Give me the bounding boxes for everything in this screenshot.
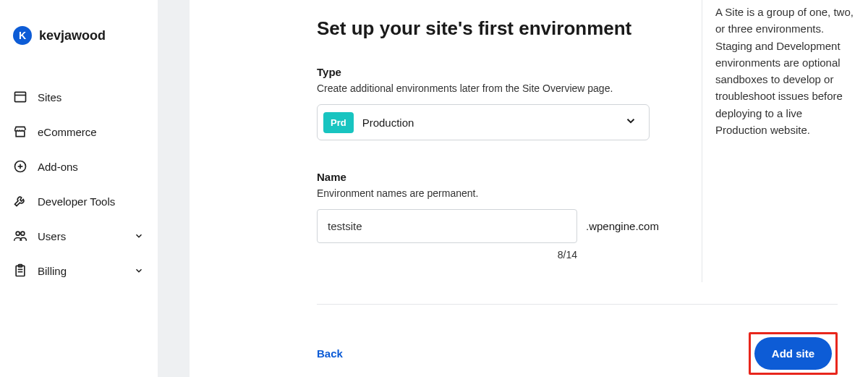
info-text: A Site is a group of one, two, or three …: [715, 4, 854, 138]
brand-logo-icon: K: [13, 26, 32, 45]
clipboard-icon: [13, 263, 27, 278]
svg-rect-0: [15, 92, 26, 101]
sidebar-item-label: Add-ons: [38, 161, 78, 173]
footer-actions: Back Add site: [317, 304, 838, 375]
chevron-down-icon: [624, 114, 637, 130]
divider-strip: [158, 0, 190, 377]
sidebar-item-ecommerce[interactable]: eCommerce: [0, 114, 158, 149]
name-section: Name Environment names are permanent. .w…: [317, 171, 678, 260]
prd-badge: Prd: [323, 112, 354, 133]
char-counter: 8/14: [317, 249, 577, 260]
info-panel: A Site is a group of one, two, or three …: [702, 0, 854, 282]
svg-point-5: [16, 232, 20, 235]
brand-name: kevjawood: [39, 28, 106, 43]
sidebar-item-developer-tools[interactable]: Developer Tools: [0, 184, 158, 219]
sidebar-item-users[interactable]: Users: [0, 219, 158, 253]
sidebar: K kevjawood Sites eCommerce Add-ons Deve…: [0, 0, 158, 377]
window-icon: [13, 90, 27, 104]
sidebar-item-billing[interactable]: Billing: [0, 253, 158, 288]
sidebar-item-sites[interactable]: Sites: [0, 80, 158, 114]
type-label: Type: [317, 66, 678, 78]
sidebar-item-addons[interactable]: Add-ons: [0, 149, 158, 184]
svg-point-6: [21, 232, 25, 235]
page-title: Set up your site's first environment: [317, 17, 678, 40]
chevron-down-icon: [133, 265, 145, 276]
sidebar-item-label: Users: [38, 230, 66, 242]
sidebar-item-label: Sites: [38, 91, 61, 103]
environment-type-dropdown[interactable]: Prd Production: [317, 104, 650, 140]
name-label: Name: [317, 171, 678, 183]
chevron-down-icon: [133, 230, 145, 242]
back-button[interactable]: Back: [317, 347, 343, 360]
dropdown-selected: Production: [362, 117, 414, 129]
store-icon: [13, 124, 27, 139]
wrench-icon: [13, 194, 27, 208]
environment-name-input[interactable]: [317, 209, 577, 243]
domain-suffix: .wpengine.com: [586, 220, 659, 232]
brand[interactable]: K kevjawood: [0, 26, 158, 45]
add-site-button[interactable]: Add site: [754, 337, 832, 370]
sidebar-item-label: Billing: [38, 265, 67, 277]
users-icon: [13, 229, 27, 243]
type-hint: Create additional environments later fro…: [317, 82, 678, 94]
sidebar-item-label: Developer Tools: [38, 195, 115, 208]
type-section: Type Create additional environments late…: [317, 66, 678, 140]
main-content: Set up your site's first environment Typ…: [190, 0, 678, 260]
name-hint: Environment names are permanent.: [317, 187, 678, 199]
sidebar-item-label: eCommerce: [38, 126, 97, 138]
add-site-highlight: Add site: [749, 332, 838, 375]
plus-circle-icon: [13, 159, 27, 174]
